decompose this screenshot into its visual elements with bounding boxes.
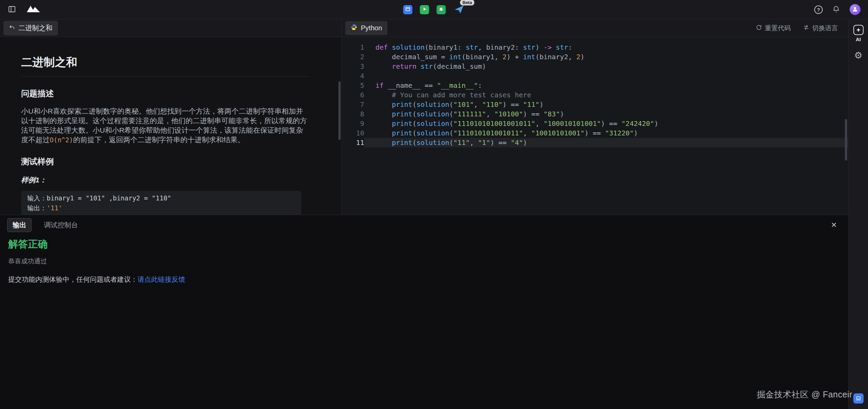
editor-tabbar: Python 重置代码 切换语言 xyxy=(342,19,848,37)
tab-python-label: Python xyxy=(361,24,382,32)
result-subtitle: 恭喜成功通过 xyxy=(8,257,840,266)
code-text xyxy=(364,71,848,81)
code-line[interactable]: 9 print(solution("111010101001001011", "… xyxy=(342,119,848,128)
beta-badge: Beta xyxy=(460,0,475,5)
code-line[interactable]: 8 print(solution("111111", "10100") == "… xyxy=(342,109,848,119)
help-button[interactable]: ? xyxy=(814,5,823,14)
feedback-link[interactable]: 请点此链接反馈 xyxy=(138,276,185,283)
complexity-code: O(n^2) xyxy=(50,136,73,144)
editor-panel: Python 重置代码 切换语言 1def solution(binary1: … xyxy=(342,19,848,215)
problem-scrollbar[interactable] xyxy=(338,81,341,140)
code-text: decimal_sum = int(binary1, 2) + int(bina… xyxy=(364,52,848,62)
panel-layout-icon xyxy=(7,5,16,14)
code-line[interactable]: 2 decimal_sum = int(binary1, 2) + int(bi… xyxy=(342,52,848,62)
line-number: 6 xyxy=(342,90,364,100)
editor-scrollbar[interactable] xyxy=(845,119,847,161)
back-arrow-icon xyxy=(9,24,15,32)
line-number: 9 xyxy=(342,119,364,128)
python-icon xyxy=(351,24,357,32)
run-button[interactable] xyxy=(420,5,429,14)
watermark-text: 掘金技术社区 @ Fanceir xyxy=(757,389,852,400)
watermark-laptop-icon xyxy=(853,393,864,404)
problem-tabbar: 二进制之和 xyxy=(0,19,341,37)
app-logo[interactable] xyxy=(26,4,41,15)
topbar: Beta ? xyxy=(0,0,868,19)
divider xyxy=(21,76,309,77)
switch-language-label: 切换语言 xyxy=(812,24,838,33)
code-text: print(solution("111010101001001011", "10… xyxy=(364,119,848,128)
reset-code-label: 重置代码 xyxy=(765,24,791,33)
line-number: 1 xyxy=(342,43,364,52)
code-text: print(solution("111111", "10100") == "83… xyxy=(364,109,848,119)
problem-description-heading: 问题描述 xyxy=(21,88,320,99)
reset-code-button[interactable]: 重置代码 xyxy=(756,24,791,33)
result-status: 解答正确 xyxy=(8,238,840,251)
code-line[interactable]: 6 # You can add more test cases here xyxy=(342,90,848,100)
ai-assistant-button[interactable]: AI xyxy=(853,25,864,42)
tab-problem-label: 二进制之和 xyxy=(18,23,52,33)
problem-title: 二进制之和 xyxy=(21,55,320,70)
mountain-logo-icon xyxy=(26,4,41,15)
person-icon xyxy=(852,6,858,14)
switch-arrows-icon xyxy=(803,24,809,32)
feedback-text: 提交功能内测体验中，任何问题或者建议： xyxy=(8,276,138,283)
tab-output[interactable]: 输出 xyxy=(7,218,32,232)
code-line[interactable]: 3 return str(decimal_sum) xyxy=(342,62,848,71)
submit-button[interactable] xyxy=(454,4,464,16)
tab-python[interactable]: Python xyxy=(345,21,387,35)
notifications-button[interactable] xyxy=(832,5,840,14)
tab-problem[interactable]: 二进制之和 xyxy=(3,21,58,35)
line-number: 8 xyxy=(342,109,364,119)
window-icon xyxy=(405,6,411,13)
code-line[interactable]: 11 print(solution("11", "1") == "4") xyxy=(342,138,848,147)
code-editor[interactable]: 1def solution(binary1: str, binary2: str… xyxy=(342,37,848,215)
ai-label: AI xyxy=(856,36,861,42)
bell-icon xyxy=(832,5,840,14)
code-text: print(solution("11", "1") == "4") xyxy=(364,138,848,147)
line-number: 7 xyxy=(342,100,364,109)
paper-plane-icon xyxy=(454,4,464,16)
code-line[interactable]: 7 print(solution("101", "110") == "11") xyxy=(342,100,848,109)
sparkle-icon xyxy=(853,25,864,35)
sidebar-toggle-button[interactable] xyxy=(7,5,16,14)
problem-description-text: 小U和小R喜欢探索二进制数字的奥秘。他们想找到一个方法，将两个二进制字符串相加并… xyxy=(21,107,309,145)
line-number: 4 xyxy=(342,71,364,81)
code-lines: 1def solution(binary1: str, binary2: str… xyxy=(342,43,848,147)
example1-label: 样例1： xyxy=(21,175,320,185)
settings-icon[interactable]: ⚙ xyxy=(854,51,862,60)
line-number: 3 xyxy=(342,62,364,71)
code-text: def solution(binary1: str, binary2: str)… xyxy=(364,43,848,52)
code-line[interactable]: 1def solution(binary1: str, binary2: str… xyxy=(342,43,848,52)
examples-heading: 测试样例 xyxy=(21,156,320,167)
output-panel: 输出 调试控制台 × 解答正确 恭喜成功通过 提交功能内测体验中，任何问题或者建… xyxy=(0,215,848,409)
switch-language-button[interactable]: 切换语言 xyxy=(803,24,838,33)
line-number: 2 xyxy=(342,52,364,62)
code-text: if __name__ == "__main__": xyxy=(364,81,848,90)
code-text: print(solution("111010101001011", "10010… xyxy=(364,128,848,138)
example1-output-line: 输出：'11' xyxy=(27,203,295,213)
example1-code-block: 输入：binary1 = "101" ,binary2 = "110" 输出：'… xyxy=(21,191,301,215)
code-line[interactable]: 10 print(solution("111010101001011", "10… xyxy=(342,128,848,138)
problem-panel: 二进制之和 二进制之和 问题描述 小U和小R喜欢探索二进制数字的奥秘。他们想找到… xyxy=(0,19,342,215)
user-avatar[interactable] xyxy=(850,4,861,15)
problem-content: 二进制之和 问题描述 小U和小R喜欢探索二进制数字的奥秘。他们想找到一个方法，将… xyxy=(0,37,341,215)
code-text: print(solution("101", "110") == "11") xyxy=(364,100,848,109)
code-text: # You can add more test cases here xyxy=(364,90,848,100)
help-icon: ? xyxy=(814,5,823,14)
right-rail: AI ⚙ xyxy=(848,19,868,409)
code-line[interactable]: 4 xyxy=(342,71,848,81)
line-number: 5 xyxy=(342,81,364,90)
close-icon[interactable]: × xyxy=(831,220,837,230)
output-tabbar: 输出 调试控制台 × xyxy=(0,215,848,235)
feedback-line: 提交功能内测体验中，任何问题或者建议：请点此链接反馈 xyxy=(8,275,840,284)
play-icon xyxy=(422,7,427,13)
editor-mode-button[interactable] xyxy=(403,5,413,14)
example1-input-line: 输入：binary1 = "101" ,binary2 = "110" xyxy=(27,193,295,203)
debug-run-button[interactable] xyxy=(437,5,446,14)
tab-debug-console[interactable]: 调试控制台 xyxy=(44,220,78,230)
line-number: 10 xyxy=(342,128,364,138)
line-number: 11 xyxy=(342,138,364,147)
refresh-icon xyxy=(756,24,762,32)
bug-icon xyxy=(438,6,444,13)
code-line[interactable]: 5if __name__ == "__main__": xyxy=(342,81,848,90)
